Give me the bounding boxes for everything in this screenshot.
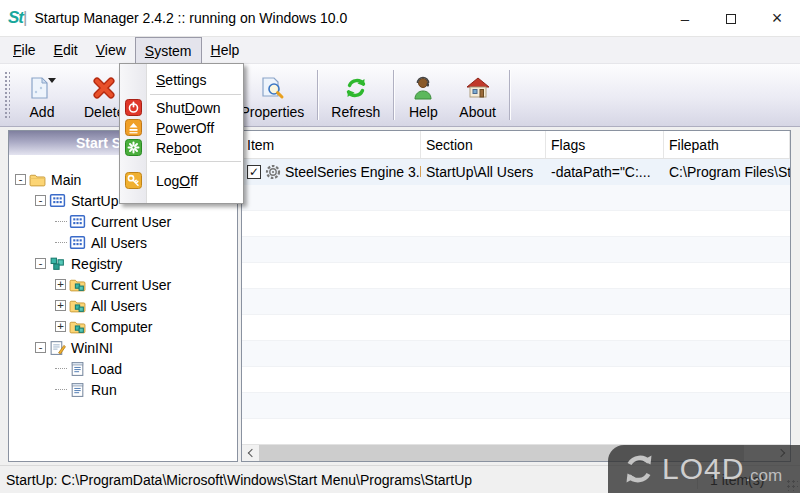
delete-x-icon: [91, 73, 117, 103]
menu-item-reboot[interactable]: Reboot: [120, 138, 243, 158]
filepath-cell: C:\Program Files\Ste: [664, 159, 790, 185]
menu-bar: File Edit View System Help: [0, 37, 800, 64]
table-row[interactable]: ✓ SteelSeries Engine 3.lnk StartUp\All U…: [242, 159, 790, 185]
menu-item-settings[interactable]: Settings: [120, 69, 243, 91]
menu-view[interactable]: View: [87, 37, 135, 63]
tree-connector: [55, 389, 67, 390]
system-dropdown-menu: Settings ShutDown PowerOff Reboot LogOff: [119, 63, 244, 204]
winini-notepad-pen-icon: [49, 339, 66, 356]
properties-icon: [259, 73, 285, 103]
scroll-left-button[interactable]: [242, 445, 259, 461]
tree-item-registry-all-users[interactable]: + All Users: [9, 295, 237, 316]
poweroff-icon: [125, 119, 142, 136]
tree-connector: [55, 242, 67, 243]
about-button[interactable]: About: [449, 64, 506, 126]
menu-separator: [150, 161, 241, 162]
chevron-left-icon: [247, 449, 255, 457]
expand-icon[interactable]: +: [55, 279, 66, 290]
lo4d-watermark: LO4D .com: [608, 445, 800, 493]
column-header-filepath[interactable]: Filepath: [664, 131, 790, 158]
about-home-icon: [465, 73, 491, 103]
menu-separator: [150, 94, 241, 95]
lo4d-tld: .com: [745, 466, 782, 486]
startup-grid-icon: [69, 234, 86, 251]
tree-item-winini[interactable]: - WinINI: [9, 337, 237, 358]
minimize-button[interactable]: –: [662, 0, 708, 37]
window-title: Startup Manager 2.4.2 :: running on Wind…: [34, 10, 347, 26]
toolbar-separator: [509, 70, 510, 120]
add-document-icon: [26, 73, 52, 103]
registry-folder-icon: [69, 318, 86, 335]
tree-connector: [55, 221, 67, 222]
close-icon: ×: [772, 8, 783, 29]
flags-cell: -dataPath="C:...: [546, 159, 664, 185]
tree-item-registry[interactable]: - Registry: [9, 253, 237, 274]
empty-rows: [242, 185, 790, 445]
app-icon: St|: [8, 8, 26, 28]
tree-item-registry-current-user[interactable]: + Current User: [9, 274, 237, 295]
collapse-icon[interactable]: -: [35, 342, 46, 353]
reboot-icon: [125, 139, 142, 156]
window-controls: – ×: [662, 0, 800, 37]
tree-item-registry-computer[interactable]: + Computer: [9, 316, 237, 337]
column-header-flags[interactable]: Flags: [546, 131, 664, 158]
collapse-icon[interactable]: -: [35, 195, 46, 206]
maximize-icon: [726, 14, 736, 24]
folder-icon: [29, 171, 46, 188]
tree-item-startup-current-user[interactable]: Current User: [9, 211, 237, 232]
menu-item-logoff[interactable]: LogOff: [120, 171, 243, 191]
collapse-icon[interactable]: -: [15, 174, 26, 185]
tree-item-startup-all-users[interactable]: All Users: [9, 232, 237, 253]
enabled-checkbox[interactable]: ✓: [247, 165, 261, 179]
toolbar-separator: [393, 70, 394, 120]
steelseries-gear-icon: [265, 164, 281, 180]
toolbar-separator: [317, 70, 318, 120]
registry-folder-icon: [69, 276, 86, 293]
registry-folder-icon: [69, 297, 86, 314]
lo4d-name: LO4D: [662, 452, 744, 486]
title-bar: St| Startup Manager 2.4.2 :: running on …: [0, 0, 800, 37]
logoff-key-icon: [125, 172, 142, 189]
menu-system[interactable]: System: [135, 37, 202, 63]
column-header-section[interactable]: Section: [421, 131, 546, 158]
table-header-row: Item Section Flags Filepath: [242, 131, 790, 159]
help-button[interactable]: Help: [397, 64, 449, 126]
notepad-icon: [69, 360, 86, 377]
menu-help[interactable]: Help: [202, 37, 249, 63]
startup-grid-icon: [69, 213, 86, 230]
column-header-item[interactable]: Item: [242, 131, 421, 158]
tree-item-winini-load[interactable]: Load: [9, 358, 237, 379]
refresh-icon: [343, 73, 369, 103]
menu-item-shutdown[interactable]: ShutDown: [120, 98, 243, 118]
minimize-icon: –: [681, 10, 689, 27]
help-support-person-icon: [410, 73, 436, 103]
startup-grid-icon: [49, 192, 66, 209]
close-button[interactable]: ×: [754, 0, 800, 37]
tree-item-winini-run[interactable]: Run: [9, 379, 237, 400]
expand-icon[interactable]: +: [55, 321, 66, 332]
menu-file[interactable]: File: [4, 37, 45, 63]
tree-connector: [55, 368, 67, 369]
refresh-button[interactable]: Refresh: [321, 64, 390, 126]
menu-edit[interactable]: Edit: [45, 37, 87, 63]
item-cell: ✓ SteelSeries Engine 3.lnk: [242, 159, 421, 185]
status-path-text: StartUp: C:\ProgramData\Microsoft\Window…: [6, 472, 472, 488]
collapse-icon[interactable]: -: [35, 258, 46, 269]
menu-item-poweroff[interactable]: PowerOff: [120, 118, 243, 138]
notepad-icon: [69, 381, 86, 398]
toolbar-gripper[interactable]: [3, 70, 10, 120]
shutdown-icon: [125, 99, 142, 116]
expand-icon[interactable]: +: [55, 300, 66, 311]
startup-items-table: Item Section Flags Filepath ✓ SteelSerie…: [241, 130, 791, 462]
add-dropdown-arrow-icon[interactable]: [48, 78, 56, 83]
maximize-button[interactable]: [708, 0, 754, 37]
add-button[interactable]: Add: [16, 64, 68, 126]
section-cell: StartUp\All Users: [421, 159, 546, 185]
lo4d-circular-arrows-icon: [620, 450, 658, 488]
registry-blocks-icon: [49, 255, 66, 272]
